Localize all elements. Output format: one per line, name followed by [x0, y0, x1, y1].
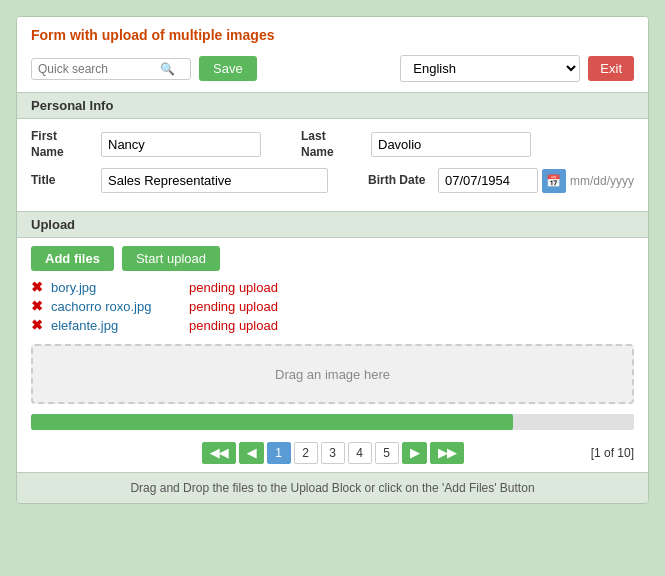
- page-4-button[interactable]: 4: [348, 442, 372, 464]
- search-input[interactable]: [38, 62, 158, 76]
- page-3-button[interactable]: 3: [321, 442, 345, 464]
- progress-bar-fill: [31, 414, 513, 430]
- last-name-input[interactable]: [371, 132, 531, 157]
- save-button[interactable]: Save: [199, 56, 257, 81]
- page-1-button[interactable]: 1: [267, 442, 291, 464]
- last-name-label: Last Name: [301, 129, 361, 160]
- upload-section: Add files Start upload ✖ bory.jpg pendin…: [17, 238, 648, 472]
- drop-zone[interactable]: Drag an image here: [31, 344, 634, 404]
- panel-title: Form with upload of multiple images: [17, 17, 648, 49]
- upload-header: Upload: [17, 211, 648, 238]
- file-status-2: pending upload: [189, 299, 278, 314]
- start-upload-button[interactable]: Start upload: [122, 246, 220, 271]
- page-2-button[interactable]: 2: [294, 442, 318, 464]
- next-page-button[interactable]: ▶: [402, 442, 427, 464]
- file-item: ✖ elefante.jpg pending upload: [31, 317, 634, 333]
- last-page-button[interactable]: ▶▶: [430, 442, 464, 464]
- calendar-icon[interactable]: 📅: [542, 169, 566, 193]
- file-name-2: cachorro roxo.jpg: [51, 299, 181, 314]
- search-box[interactable]: 🔍: [31, 58, 191, 80]
- first-page-button[interactable]: ◀◀: [202, 442, 236, 464]
- remove-file-1-icon[interactable]: ✖: [31, 279, 43, 295]
- exit-button[interactable]: Exit: [588, 56, 634, 81]
- pagination: ◀◀ ◀ 1 2 3 4 5 ▶ ▶▶ [1 of 10]: [17, 434, 648, 472]
- date-format-hint: mm/dd/yyyy: [570, 174, 634, 188]
- first-name-input[interactable]: [101, 132, 261, 157]
- file-item: ✖ bory.jpg pending upload: [31, 279, 634, 295]
- toolbar: 🔍 Save English Spanish French German Por…: [17, 49, 648, 92]
- page-info: [1 of 10]: [591, 446, 634, 460]
- footer-bar: Drag and Drop the files to the Upload Bl…: [17, 472, 648, 503]
- progress-bar-container: [31, 414, 634, 430]
- file-status-3: pending upload: [189, 318, 278, 333]
- last-name-group: Last Name: [301, 129, 531, 160]
- personal-info-section: First Name Last Name Title Birth Date 📅 …: [17, 119, 648, 211]
- page-5-button[interactable]: 5: [375, 442, 399, 464]
- language-select[interactable]: English Spanish French German Portuguese: [400, 55, 580, 82]
- personal-info-header: Personal Info: [17, 92, 648, 119]
- file-name-3: elefante.jpg: [51, 318, 181, 333]
- file-status-1: pending upload: [189, 280, 278, 295]
- name-row: First Name Last Name: [31, 129, 634, 160]
- date-group: 📅 mm/dd/yyyy: [438, 168, 634, 193]
- file-list: ✖ bory.jpg pending upload ✖ cachorro rox…: [17, 279, 648, 344]
- first-name-label: First Name: [31, 129, 91, 160]
- birth-date-label: Birth Date: [368, 173, 428, 189]
- remove-file-3-icon[interactable]: ✖: [31, 317, 43, 333]
- birth-date-group: Birth Date 📅 mm/dd/yyyy: [368, 168, 634, 193]
- prev-page-button[interactable]: ◀: [239, 442, 264, 464]
- title-row: Title Birth Date 📅 mm/dd/yyyy: [31, 168, 634, 193]
- upload-toolbar: Add files Start upload: [17, 238, 648, 279]
- add-files-button[interactable]: Add files: [31, 246, 114, 271]
- birth-date-input[interactable]: [438, 168, 538, 193]
- remove-file-2-icon[interactable]: ✖: [31, 298, 43, 314]
- search-icon: 🔍: [160, 62, 175, 76]
- file-item: ✖ cachorro roxo.jpg pending upload: [31, 298, 634, 314]
- title-label: Title: [31, 173, 91, 189]
- file-name-1: bory.jpg: [51, 280, 181, 295]
- title-input[interactable]: [101, 168, 328, 193]
